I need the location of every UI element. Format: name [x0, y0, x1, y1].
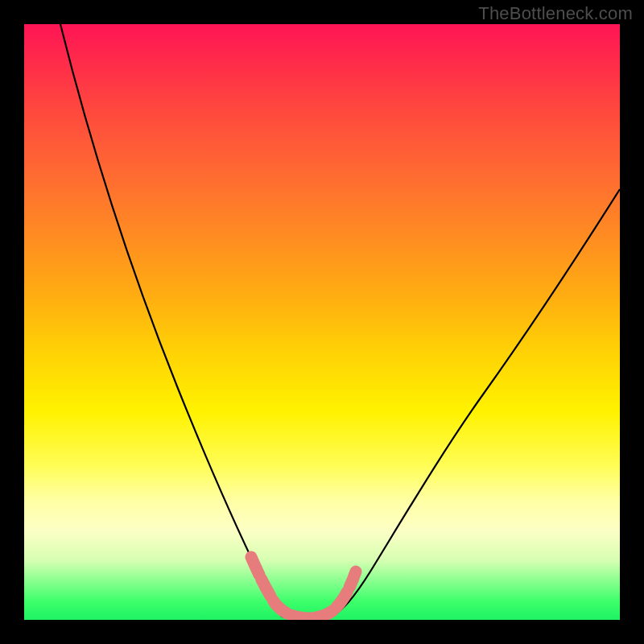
black-curve-right [330, 189, 620, 617]
pink-bottom-segment [251, 557, 356, 618]
chart-frame: TheBottleneck.com [0, 0, 644, 644]
plot-area [24, 24, 620, 620]
black-curve-left [60, 24, 282, 617]
watermark-text: TheBottleneck.com [478, 3, 633, 24]
curve-layer [24, 24, 620, 620]
